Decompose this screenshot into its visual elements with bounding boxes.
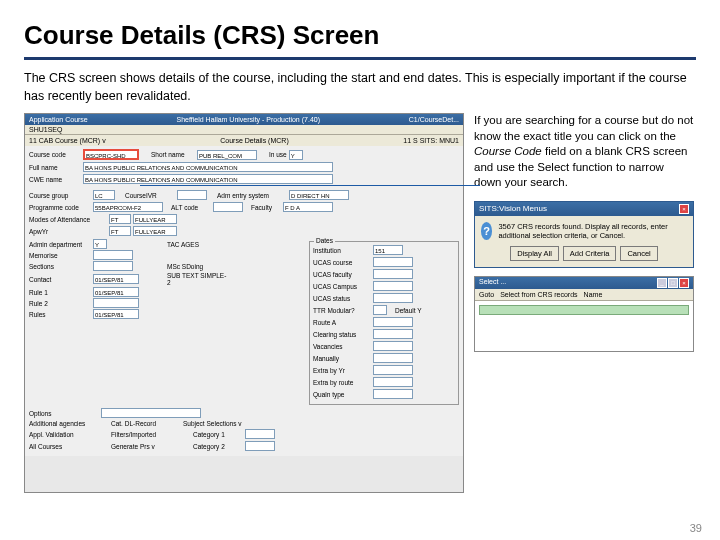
maximize-icon[interactable]: □ bbox=[668, 278, 678, 288]
all-courses-label: All Courses bbox=[29, 443, 99, 450]
ucas-faculty-label: UCAS faculty bbox=[313, 271, 371, 278]
rule2-field[interactable] bbox=[93, 298, 139, 308]
select-goto-label: Goto bbox=[479, 291, 494, 298]
course-ivr-label: CourseIVR bbox=[125, 192, 175, 199]
options-field[interactable] bbox=[101, 408, 201, 418]
adm-entry-field[interactable]: D DIRECT HN bbox=[289, 190, 349, 200]
close-icon[interactable]: × bbox=[679, 204, 689, 214]
addl-agencies-label: Additional agencies bbox=[29, 420, 99, 427]
header-center: Course Details (MCR) bbox=[220, 137, 288, 144]
extra-route-label: Extra by route bbox=[313, 379, 371, 386]
apw-label: ApwYr bbox=[29, 228, 107, 235]
dates-groupbox: Dates Institution151 UCAS course UCAS fa… bbox=[309, 241, 459, 405]
ucas-status-field[interactable] bbox=[373, 293, 413, 303]
course-ivr-field[interactable] bbox=[177, 190, 207, 200]
header-right: 11 S SITS: MNU1 bbox=[403, 137, 459, 144]
category2-label: Category 2 bbox=[193, 443, 243, 450]
short-name-field[interactable]: PUB REL_COM bbox=[197, 150, 257, 160]
select-result-row[interactable] bbox=[479, 305, 689, 315]
callout-arrow bbox=[140, 185, 480, 186]
filters-label: Filters/Imported bbox=[111, 431, 181, 438]
sub-label: SUB TEXT SIMPLE-2 bbox=[167, 272, 227, 286]
ucas-course-label: UCAS course bbox=[313, 259, 371, 266]
rules-label: Rules bbox=[29, 311, 89, 318]
ucas-campus-field[interactable] bbox=[373, 281, 413, 291]
add-criteria-button[interactable]: Add Criteria bbox=[563, 246, 617, 261]
moa-label: Modes of Attendance bbox=[29, 216, 107, 223]
cancel-button[interactable]: Cancel bbox=[620, 246, 657, 261]
admin-dept-field[interactable]: Y bbox=[93, 239, 107, 249]
category1-label: Category 1 bbox=[193, 431, 243, 438]
select-from-label: Select from CRS records bbox=[500, 291, 577, 298]
route-label: Route A bbox=[313, 319, 371, 326]
titlebar-left: Application Course bbox=[29, 116, 88, 123]
qualn-type-field[interactable] bbox=[373, 389, 413, 399]
clearing-label: Clearing status bbox=[313, 331, 371, 338]
prog-code-field[interactable]: 55BAPRCOM-F2 bbox=[93, 202, 163, 212]
admin-dept-label: Admin department bbox=[29, 241, 89, 248]
ucas-status-label: UCAS status bbox=[313, 295, 371, 302]
crs-screenshot: Application Course Sheffield Hallam Univ… bbox=[24, 113, 464, 493]
manually-field[interactable] bbox=[373, 353, 413, 363]
contact-field[interactable]: 01/SEP/81 bbox=[93, 274, 139, 284]
rule2-label: Rule 2 bbox=[29, 300, 89, 307]
full-name-field[interactable]: BA HONS PUBLIC RELATIONS AND COMMUNICATI… bbox=[83, 162, 333, 172]
display-all-button[interactable]: Display All bbox=[510, 246, 559, 261]
extra-yr-label: Extra by Yr bbox=[313, 367, 371, 374]
ucas-campus-label: UCAS Campus bbox=[313, 283, 371, 290]
titlebar-center: Sheffield Hallam University - Production… bbox=[177, 116, 320, 123]
ucas-course-field[interactable] bbox=[373, 257, 413, 267]
cwe-name-label: CWE name bbox=[29, 176, 81, 183]
apw-field-1[interactable]: FT bbox=[109, 226, 131, 236]
rules-field[interactable]: 01/SEP/81 bbox=[93, 309, 139, 319]
page-number: 39 bbox=[690, 522, 702, 534]
category1-field[interactable] bbox=[245, 429, 275, 439]
extra-route-field[interactable] bbox=[373, 377, 413, 387]
options-label: Options bbox=[29, 410, 99, 417]
alt-code-label: ALT code bbox=[171, 204, 211, 211]
moa-field-2[interactable]: FULLYEAR bbox=[133, 214, 177, 224]
full-name-label: Full name bbox=[29, 164, 81, 171]
title-underline bbox=[24, 57, 696, 60]
vacancies-field[interactable] bbox=[373, 341, 413, 351]
extra-yr-field[interactable] bbox=[373, 365, 413, 375]
contact-label: Contact bbox=[29, 276, 89, 283]
qualn-type-label: Qualn type bbox=[313, 391, 371, 398]
route-field[interactable] bbox=[373, 317, 413, 327]
in-use-field[interactable]: Y bbox=[289, 150, 303, 160]
faculty-label: Faculty bbox=[251, 204, 281, 211]
apw-field-2[interactable]: FULLYEAR bbox=[133, 226, 177, 236]
cwe-name-field[interactable]: BA HONS PUBLIC RELATIONS AND COMMUNICATI… bbox=[83, 174, 333, 184]
memorise-label: Memorise bbox=[29, 252, 89, 259]
sections-label: Sections bbox=[29, 263, 89, 270]
category2-field[interactable] bbox=[245, 441, 275, 451]
titlebar-right: C1/CourseDet... bbox=[409, 116, 459, 123]
moa-field-1[interactable]: FT bbox=[109, 214, 131, 224]
rule1-field[interactable]: 01/SEP/81 bbox=[93, 287, 139, 297]
memorise-field[interactable] bbox=[93, 250, 133, 260]
sections-field[interactable] bbox=[93, 261, 133, 271]
default-label: Default Y bbox=[395, 307, 422, 314]
cat-record-label: Cat. DL-Record bbox=[111, 420, 171, 427]
select-dialog: Select ... _ □ × Goto Select from CRS re… bbox=[474, 276, 694, 352]
ttr-field[interactable] bbox=[373, 305, 387, 315]
manually-label: Manually bbox=[313, 355, 371, 362]
course-code-field[interactable]: BSCPRC-SHD bbox=[83, 149, 139, 160]
ucas-faculty-field[interactable] bbox=[373, 269, 413, 279]
minimize-icon[interactable]: _ bbox=[657, 278, 667, 288]
clearing-field[interactable] bbox=[373, 329, 413, 339]
tac-label: TAC AGES bbox=[167, 241, 227, 248]
select-dialog-title: Select ... bbox=[479, 278, 506, 288]
header-left: 11 CAB Course (MCR) v bbox=[29, 137, 106, 144]
appl-validation-label: Appl. Validation bbox=[29, 431, 99, 438]
page-title: Course Details (CRS) Screen bbox=[24, 20, 696, 51]
alt-code-field[interactable] bbox=[213, 202, 243, 212]
faculty-field[interactable]: F D A bbox=[283, 202, 333, 212]
adm-entry-label: Adm entry system bbox=[217, 192, 287, 199]
in-use-label: In use bbox=[269, 151, 287, 158]
crs-group-label: Course group bbox=[29, 192, 91, 199]
crs-group-field[interactable]: LC bbox=[93, 190, 115, 200]
institution-field[interactable]: 151 bbox=[373, 245, 403, 255]
close-icon[interactable]: × bbox=[679, 278, 689, 288]
confirm-dialog-title: SITS:Vision Menus bbox=[479, 204, 547, 214]
